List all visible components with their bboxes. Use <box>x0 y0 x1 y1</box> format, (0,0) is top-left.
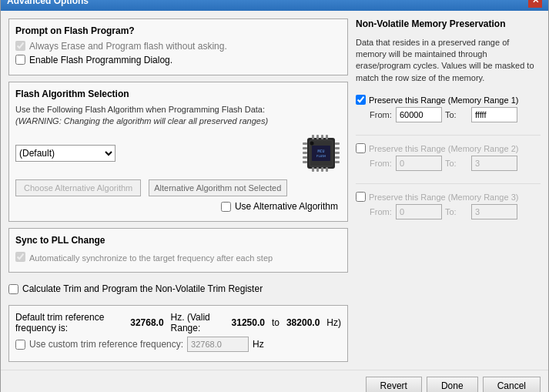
prompt-option2-checkbox[interactable] <box>15 55 25 65</box>
window-title: Advanced Options <box>7 0 89 6</box>
svg-rect-11 <box>335 161 340 163</box>
svg-rect-18 <box>321 167 323 172</box>
range-1-from-input[interactable] <box>396 107 442 122</box>
done-button[interactable]: Done <box>427 377 478 392</box>
flash-algo-desc-line2: (WARNING: Changing the algorithm will cl… <box>15 116 268 126</box>
prompt-option1-checkbox[interactable] <box>15 41 25 51</box>
svg-text:MCU: MCU <box>317 149 324 153</box>
calc-trim-checkbox[interactable] <box>8 284 18 294</box>
prompt-option1-row: Always Erase and Program flash without a… <box>15 41 341 52</box>
svg-rect-19 <box>326 167 328 172</box>
range-3-from-input[interactable] <box>396 204 442 219</box>
algo-select-container: (Default) <box>15 145 115 162</box>
preserve-range-1-label: Preserve this Range (Memory Range 1) <box>369 95 518 105</box>
algo-select-row: (Default) <box>15 133 341 173</box>
range-3-to-label: To: <box>445 207 468 216</box>
svg-rect-17 <box>316 167 319 172</box>
preserve-range-1-checkbox[interactable] <box>356 95 366 105</box>
prompt-option1-label: Always Erase and Program flash without a… <box>29 41 227 52</box>
chip-image-container: MCU FLASH <box>301 133 341 173</box>
range-3-from-label: From: <box>370 207 393 216</box>
trim-section: Default trim reference frequency is: 327… <box>8 305 348 362</box>
divider-1 <box>356 135 541 136</box>
preserve-range-3-checkbox[interactable] <box>356 192 366 202</box>
svg-rect-7 <box>335 142 340 145</box>
custom-trim-checkbox[interactable] <box>15 340 25 350</box>
flash-algo-desc-line1: Use the Following Flash Algorithm when P… <box>15 105 265 114</box>
sync-title: Sync to PLL Change <box>15 235 341 246</box>
prompt-option2-row: Enable Flash Programming Dialog. <box>15 55 341 65</box>
cancel-button[interactable]: Cancel <box>483 377 541 392</box>
svg-point-20 <box>310 142 314 146</box>
flash-algo-section: Flash Algorithm Selection Use the Follow… <box>8 82 348 223</box>
sync-desc: Automatically synchronize to the target … <box>29 253 273 263</box>
trim-range-min: 31250.0 <box>232 317 265 328</box>
range-1-from-label: From: <box>370 110 393 119</box>
flash-algo-title: Flash Algorithm Selection <box>15 89 341 99</box>
svg-rect-13 <box>316 135 319 139</box>
preserve-range-3-label: Preserve this Range (Memory Range 3) <box>369 193 518 202</box>
sync-checkbox[interactable] <box>15 252 25 262</box>
choose-alt-algo-button[interactable]: Choose Alternative Algorithm <box>15 179 141 196</box>
svg-rect-14 <box>321 135 323 139</box>
content-area: Prompt on Flash Program? Always Erase an… <box>1 11 548 370</box>
prompt-title: Prompt on Flash Program? <box>15 25 341 36</box>
range-2-to-input[interactable] <box>471 156 517 171</box>
svg-rect-2 <box>303 142 307 145</box>
use-alt-algo-checkbox[interactable] <box>221 202 231 212</box>
svg-rect-21 <box>312 146 330 161</box>
range-2-to-label: To: <box>445 159 468 168</box>
trim-range-max: 38200.0 <box>286 317 320 328</box>
advanced-options-window: Advanced Options ✕ Prompt on Flash Progr… <box>0 0 549 392</box>
calc-trim-row: Calculate Trim and Program the Non-Volat… <box>8 279 348 299</box>
chip-icon: MCU FLASH <box>301 133 341 173</box>
trim-range-to: to <box>272 317 280 328</box>
svg-rect-8 <box>335 147 340 149</box>
range-2-from-input[interactable] <box>396 156 442 171</box>
calc-trim-label: Calculate Trim and Program the Non-Volat… <box>22 283 263 294</box>
svg-rect-15 <box>326 135 328 139</box>
left-panel: Prompt on Flash Program? Always Erase an… <box>8 18 348 363</box>
sync-section: Sync to PLL Change Automatically synchro… <box>8 228 348 273</box>
svg-rect-6 <box>303 161 307 163</box>
close-button[interactable]: ✕ <box>528 0 542 8</box>
svg-rect-9 <box>335 152 340 154</box>
flash-algo-desc: Use the Following Flash Algorithm when P… <box>15 104 341 128</box>
svg-rect-4 <box>303 152 307 154</box>
preserve-range-2-checkbox-row: Preserve this Range (Memory Range 2) <box>356 143 541 153</box>
range-1-to-input[interactable] <box>471 107 517 122</box>
footer: Revert Done Cancel <box>1 370 548 392</box>
custom-trim-unit: Hz <box>253 339 264 350</box>
preserve-range-2-inputs: From: To: <box>370 156 541 171</box>
alt-algo-status: Alternative Algorithm not Selected <box>149 179 287 196</box>
custom-trim-input[interactable] <box>187 337 249 352</box>
prompt-section: Prompt on Flash Program? Always Erase an… <box>8 18 348 75</box>
preserve-range-2-checkbox[interactable] <box>356 143 366 153</box>
nvmp-title: Non-Volatile Memory Preservation <box>356 18 541 29</box>
right-panel: Non-Volatile Memory Preservation Data th… <box>356 18 541 363</box>
svg-rect-12 <box>312 135 314 139</box>
trim-freq-label: Default trim reference frequency is: <box>15 312 123 333</box>
use-alt-algo-row: Use Alternative Algorithm <box>15 201 341 212</box>
nvmp-desc: Data that resides in a preserved range o… <box>356 37 541 85</box>
custom-trim-row: Use custom trim reference frequency: Hz <box>15 337 341 352</box>
range-1-to-label: To: <box>445 110 468 119</box>
svg-rect-10 <box>335 156 340 159</box>
svg-rect-5 <box>303 156 307 159</box>
preserve-range-2: Preserve this Range (Memory Range 2) Fro… <box>356 143 541 171</box>
algo-select[interactable]: (Default) <box>15 145 115 162</box>
revert-button[interactable]: Revert <box>366 377 422 392</box>
custom-trim-label: Use custom trim reference frequency: <box>29 339 183 350</box>
preserve-range-3-inputs: From: To: <box>370 204 541 219</box>
preserve-range-1-inputs: From: To: <box>370 107 541 122</box>
use-alt-algo-label: Use Alternative Algorithm <box>235 201 338 212</box>
title-bar: Advanced Options ✕ <box>1 0 548 11</box>
svg-text:FLASH: FLASH <box>316 154 326 158</box>
divider-2 <box>356 183 541 184</box>
preserve-range-3-checkbox-row: Preserve this Range (Memory Range 3) <box>356 192 541 202</box>
preserve-range-2-label: Preserve this Range (Memory Range 2) <box>369 144 518 153</box>
prompt-option2-label: Enable Flash Programming Dialog. <box>29 55 172 65</box>
trim-freq-value: 32768.0 <box>130 317 163 328</box>
svg-rect-16 <box>312 167 314 172</box>
range-3-to-input[interactable] <box>471 204 517 219</box>
